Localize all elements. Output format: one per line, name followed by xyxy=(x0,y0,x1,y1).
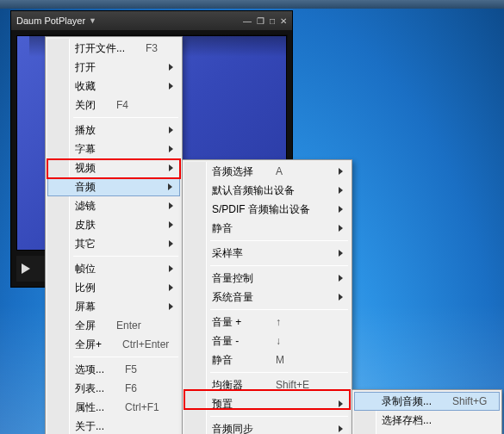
menu-item[interactable]: 屏幕 xyxy=(47,297,180,316)
menu-item[interactable]: 字幕 xyxy=(47,140,180,158)
submenu-arrow-icon xyxy=(168,183,172,190)
menu-item[interactable]: 采样率 xyxy=(184,244,350,263)
menu-item[interactable]: 打开存档文件夹 xyxy=(354,430,500,434)
menu-item-label: 音频同步 xyxy=(212,422,329,435)
menu-shortcut: F3 xyxy=(146,42,199,54)
menu-item-label: 关于... xyxy=(75,419,159,434)
menu-item[interactable]: 静音 xyxy=(184,219,350,238)
menu-item[interactable]: 其它 xyxy=(47,234,180,253)
menu-item-label: 音量 - xyxy=(212,334,255,349)
menu-item-label: 打开文件... xyxy=(75,41,125,56)
menu-item-label: 收藏 xyxy=(75,79,159,94)
menu-item[interactable]: 音频同步 xyxy=(184,419,350,434)
close-button[interactable]: ✕ xyxy=(280,16,287,26)
menu-item-label: 音频选择 xyxy=(212,164,255,179)
submenu-record: 录制音频...Shift+G选择存档...打开存档文件夹 xyxy=(352,389,502,434)
play-button[interactable] xyxy=(22,264,30,274)
menu-shortcut: ↓ xyxy=(276,335,329,347)
menu-item[interactable]: 音量 -↓ xyxy=(184,332,350,350)
menu-item[interactable]: 关闭F4 xyxy=(47,96,180,115)
menu-item[interactable]: 列表...F6 xyxy=(47,379,180,398)
submenu-arrow-icon xyxy=(169,303,173,310)
submenu-arrow-icon xyxy=(339,294,343,301)
menu-shortcut: Shift+G xyxy=(452,395,504,407)
maximize-button[interactable]: □ xyxy=(270,16,275,26)
menu-item[interactable]: 滤镜 xyxy=(47,196,180,215)
submenu-arrow-icon xyxy=(339,250,343,257)
menu-item-label: 选项... xyxy=(75,363,104,377)
menu-item[interactable]: 关于... xyxy=(47,417,180,434)
menu-shortcut: Shift+E xyxy=(276,379,329,391)
submenu-arrow-icon xyxy=(339,206,343,213)
menu-shortcut: F6 xyxy=(125,382,178,394)
menu-item[interactable]: 皮肤 xyxy=(47,215,180,234)
menu-item[interactable]: 音频选择A xyxy=(184,162,350,181)
minimize-button[interactable]: — xyxy=(243,16,252,26)
menu-item-label: S/PDIF 音频输出设备 xyxy=(212,202,329,217)
menu-item[interactable]: 打开文件...F3 xyxy=(47,39,180,58)
menu-item-label: 默认音频输出设备 xyxy=(212,183,329,198)
menu-item-label: 皮肤 xyxy=(75,218,159,232)
submenu-arrow-icon xyxy=(339,225,343,232)
menu-item[interactable]: 系统音量 xyxy=(184,288,350,307)
submenu-arrow-icon xyxy=(339,187,343,194)
menu-item-label: 屏幕 xyxy=(75,300,159,314)
submenu-arrow-icon xyxy=(339,400,343,407)
submenu-arrow-icon xyxy=(339,275,343,282)
menu-item[interactable]: 录制音频...Shift+G xyxy=(354,392,500,411)
menu-item[interactable]: 音量 +↑ xyxy=(184,313,350,332)
menu-item-label: 关闭 xyxy=(75,98,96,113)
menu-item-label: 列表... xyxy=(75,381,104,396)
menu-separator xyxy=(73,256,178,257)
menu-separator xyxy=(73,356,178,357)
menu-item-label: 比例 xyxy=(75,281,159,295)
submenu-arrow-icon xyxy=(169,164,173,171)
menu-item-label: 其它 xyxy=(75,237,159,251)
menu-item[interactable]: S/PDIF 音频输出设备 xyxy=(184,200,350,219)
menu-item[interactable]: 帧位 xyxy=(47,259,180,278)
title-bar[interactable]: Daum PotPlayer ▼ — ❐ □ ✕ xyxy=(11,11,292,30)
menu-item[interactable]: 选择存档... xyxy=(354,411,500,430)
menu-shortcut: ↑ xyxy=(276,316,329,328)
menu-separator xyxy=(210,416,348,417)
menu-separator xyxy=(210,309,348,310)
menu-item-label: 帧位 xyxy=(75,262,159,276)
menu-item[interactable]: 全屏Enter xyxy=(47,316,180,335)
menu-item[interactable]: 视频 xyxy=(47,158,180,177)
menu-item[interactable]: 播放 xyxy=(47,121,180,140)
menu-item[interactable]: 收藏 xyxy=(47,77,180,96)
menu-item[interactable]: 静音M xyxy=(184,350,350,369)
menu-item-label: 录制音频... xyxy=(382,394,432,409)
menu-item[interactable]: 打开 xyxy=(47,58,180,77)
menu-item[interactable]: 音频 xyxy=(47,177,180,196)
submenu-arrow-icon xyxy=(169,146,173,152)
restore-button[interactable]: ❐ xyxy=(257,16,264,26)
menu-item[interactable]: 选项...F5 xyxy=(47,360,180,379)
menu-item-label: 音量 + xyxy=(212,315,255,330)
menu-item-label: 预置 xyxy=(212,397,329,412)
menu-item[interactable]: 音量控制 xyxy=(184,269,350,288)
menu-shortcut: F5 xyxy=(125,363,178,375)
dropdown-icon[interactable]: ▼ xyxy=(89,16,96,25)
menu-separator xyxy=(210,372,348,373)
menu-item-label: 静音 xyxy=(212,221,329,236)
menu-item-label: 音频 xyxy=(75,180,159,195)
menu-item-label: 属性... xyxy=(75,400,104,415)
menu-item[interactable]: 预置 xyxy=(184,394,350,413)
menu-item-label: 采样率 xyxy=(212,246,329,261)
menu-item[interactable]: 默认音频输出设备 xyxy=(184,181,350,200)
menu-item[interactable]: 属性...Ctrl+F1 xyxy=(47,398,180,417)
menu-shortcut: M xyxy=(276,354,329,366)
menu-item[interactable]: 全屏+Ctrl+Enter xyxy=(47,335,180,354)
menu-item[interactable]: 比例 xyxy=(47,278,180,297)
menu-separator xyxy=(73,117,178,118)
app-title: Daum PotPlayer xyxy=(16,16,85,26)
context-menu-main: 打开文件...F3打开收藏关闭F4播放字幕视频音频滤镜皮肤其它帧位比例屏幕全屏E… xyxy=(45,36,183,434)
menu-item[interactable]: 均衡器Shift+E xyxy=(184,375,350,394)
menu-item-label: 全屏+ xyxy=(75,338,102,352)
submenu-arrow-icon xyxy=(169,265,173,272)
submenu-arrow-icon xyxy=(169,202,173,209)
menu-item-label: 均衡器 xyxy=(212,378,255,393)
menu-separator xyxy=(210,265,348,266)
menu-item-label: 视频 xyxy=(75,161,159,176)
